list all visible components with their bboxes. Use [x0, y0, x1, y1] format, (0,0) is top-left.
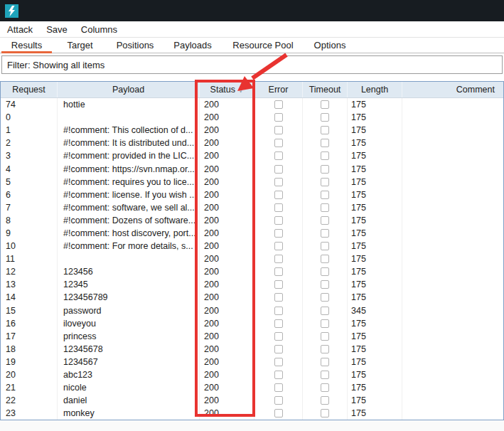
timeout-checkbox[interactable] [321, 307, 329, 315]
error-checkbox[interactable] [274, 191, 283, 199]
error-checkbox[interactable] [274, 307, 283, 315]
table-row[interactable]: 22 daniel 200 175 [1, 394, 503, 407]
error-checkbox[interactable] [274, 396, 283, 405]
column-header-timeout[interactable]: Timeout [303, 82, 348, 97]
tab-target[interactable]: Target [53, 38, 107, 53]
timeout-checkbox[interactable] [321, 319, 329, 328]
timeout-checkbox[interactable] [321, 396, 329, 405]
table-row[interactable]: 11 200 175 [1, 252, 503, 265]
table-row[interactable]: 5 #!comment: requires you to lice... 200… [1, 176, 503, 188]
timeout-checkbox[interactable] [321, 345, 329, 353]
table-row[interactable]: 4 #!comment: https://svn.nmap.or... 200 … [1, 162, 503, 175]
timeout-checkbox[interactable] [321, 139, 329, 147]
timeout-checkbox[interactable] [321, 191, 329, 199]
error-checkbox[interactable] [274, 332, 283, 341]
error-checkbox[interactable] [274, 280, 283, 289]
filter-bar[interactable]: Filter: Showing all items [1, 55, 503, 74]
error-checkbox[interactable] [274, 293, 283, 302]
cell-request: 14 [1, 291, 58, 304]
timeout-checkbox[interactable] [321, 242, 329, 250]
error-checkbox[interactable] [274, 113, 283, 122]
table-row[interactable]: 8 #!comment: Dozens of software... 200 1… [1, 214, 503, 227]
timeout-checkbox[interactable] [321, 100, 329, 109]
menu-attack[interactable]: Attack [7, 24, 33, 35]
error-checkbox[interactable] [274, 267, 283, 276]
table-row[interactable]: 10 #!comment: For more details, s... 200… [1, 240, 503, 252]
error-checkbox[interactable] [274, 151, 283, 160]
timeout-checkbox[interactable] [321, 358, 329, 366]
table-row[interactable]: 6 #!comment: license. If you wish ... 20… [1, 188, 503, 201]
error-checkbox[interactable] [274, 216, 283, 225]
tab-payloads[interactable]: Payloads [163, 38, 222, 53]
error-checkbox[interactable] [274, 319, 283, 328]
timeout-checkbox[interactable] [321, 383, 329, 392]
cell-error [254, 343, 303, 356]
table-row[interactable]: 74 hottie 200 175 [1, 98, 503, 111]
timeout-checkbox[interactable] [321, 280, 329, 289]
timeout-checkbox[interactable] [321, 165, 329, 174]
table-row[interactable]: 2 #!comment: It is distributed und... 20… [1, 137, 503, 149]
table-row[interactable]: 1 #!comment: This collection of d... 200… [1, 124, 503, 137]
tab-options[interactable]: Options [304, 38, 355, 53]
error-checkbox[interactable] [274, 126, 283, 134]
table-row[interactable]: 16 iloveyou 200 175 [1, 317, 503, 330]
timeout-checkbox[interactable] [321, 216, 329, 225]
timeout-checkbox[interactable] [321, 151, 329, 160]
timeout-checkbox[interactable] [321, 229, 329, 238]
error-checkbox[interactable] [274, 100, 283, 109]
timeout-checkbox[interactable] [321, 126, 329, 134]
table-row[interactable]: 9 #!comment: host discovery, port... 200… [1, 227, 503, 240]
table-row[interactable]: 12 123456 200 175 [1, 265, 503, 278]
cell-error [254, 240, 303, 252]
table-row[interactable]: 13 12345 200 175 [1, 278, 503, 291]
error-checkbox[interactable] [274, 139, 283, 147]
timeout-checkbox[interactable] [321, 409, 329, 417]
error-checkbox[interactable] [274, 229, 283, 238]
error-checkbox[interactable] [274, 165, 283, 174]
timeout-checkbox[interactable] [321, 255, 329, 263]
cell-payload: daniel [58, 394, 200, 407]
timeout-checkbox[interactable] [321, 113, 329, 122]
timeout-checkbox[interactable] [321, 371, 329, 379]
table-row[interactable]: 23 monkey 200 175 [1, 407, 503, 420]
table-row[interactable]: 3 #!comment: provided in the LIC... 200 … [1, 149, 503, 162]
table-row[interactable]: 7 #!comment: software, we sell al... 200… [1, 201, 503, 214]
menu-columns[interactable]: Columns [81, 24, 117, 35]
timeout-checkbox[interactable] [321, 293, 329, 302]
tab-positions[interactable]: Positions [107, 38, 163, 53]
error-checkbox[interactable] [274, 345, 283, 353]
column-header-payload[interactable]: Payload [58, 82, 200, 97]
error-checkbox[interactable] [274, 383, 283, 392]
tab-resource-pool[interactable]: Resource Pool [222, 38, 304, 53]
column-header-length[interactable]: Length [348, 82, 402, 97]
table-row[interactable]: 14 123456789 200 175 [1, 291, 503, 304]
table-row[interactable]: 18 12345678 200 175 [1, 343, 503, 356]
table-row[interactable]: 19 1234567 200 175 [1, 356, 503, 368]
table-row[interactable]: 0 200 175 [1, 111, 503, 124]
timeout-checkbox[interactable] [321, 178, 329, 186]
error-checkbox[interactable] [274, 371, 283, 379]
menu-save[interactable]: Save [46, 24, 68, 35]
error-checkbox[interactable] [274, 409, 283, 417]
table-row[interactable]: 21 nicole 200 175 [1, 381, 503, 394]
timeout-checkbox[interactable] [321, 332, 329, 341]
error-checkbox[interactable] [274, 255, 283, 263]
column-header-comment[interactable]: Comment [402, 82, 503, 97]
timeout-checkbox[interactable] [321, 267, 329, 276]
cell-payload: #!comment: For more details, s... [58, 240, 200, 252]
column-header-error[interactable]: Error [254, 82, 303, 97]
column-header-status[interactable]: Status ∨ [200, 82, 254, 97]
error-checkbox[interactable] [274, 242, 283, 250]
error-checkbox[interactable] [274, 178, 283, 186]
cell-comment [402, 214, 503, 227]
error-checkbox[interactable] [274, 203, 283, 212]
cell-request: 10 [1, 240, 58, 252]
timeout-checkbox[interactable] [321, 203, 329, 212]
table-row[interactable]: 15 password 200 345 [1, 304, 503, 317]
cell-status: 200 [200, 98, 254, 111]
table-row[interactable]: 20 abc123 200 175 [1, 368, 503, 381]
tab-results[interactable]: Results [0, 38, 53, 53]
column-header-request[interactable]: Request [1, 82, 58, 97]
table-row[interactable]: 17 princess 200 175 [1, 330, 503, 343]
error-checkbox[interactable] [274, 358, 283, 366]
